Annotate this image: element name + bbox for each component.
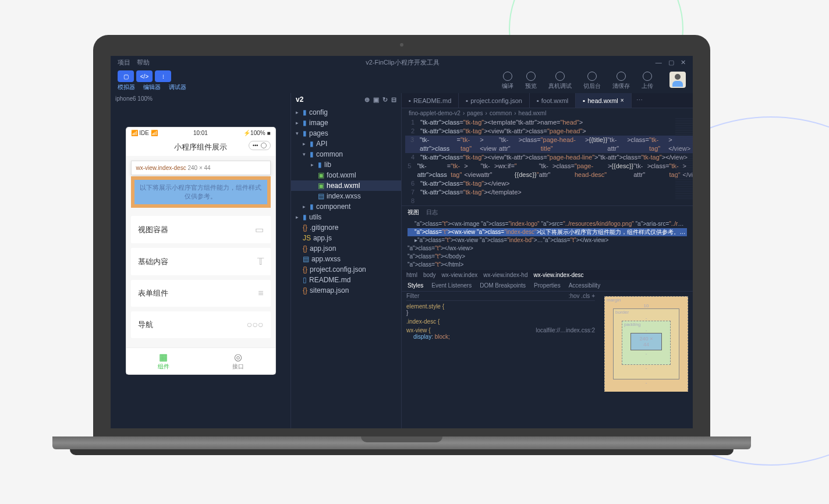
minimap[interactable] [675,118,693,200]
list-item[interactable]: 基础内容𝕋 [131,248,271,275]
panel-tab[interactable]: Event Listeners [431,282,472,289]
list-item[interactable]: 导航○○○ [131,311,271,338]
phone-tab-interface[interactable]: ◎接口 [201,348,275,374]
file-explorer: v2 ⊕ ▣ ↻ ⊟ ▸▮config▸▮image▾▮pages▸▮API▾▮… [291,93,402,428]
upload-icon [643,72,652,81]
tree-item[interactable]: JSapp.js [291,233,401,243]
simulator-pane: iphone6 100% 📶 IDE 📶 10:01 ⚡100% ■ 小程序组件… [111,93,291,428]
action-remote-debug[interactable]: 真机调试 [548,72,572,90]
tree-item[interactable]: ▤app.wxss [291,254,401,264]
new-folder-icon[interactable]: ▣ [373,96,379,104]
dom-node[interactable]: "a">class="t"><wx-image "a">class="index… [408,220,687,228]
collapse-icon[interactable]: ⊟ [391,96,396,104]
pill-simulator-icon[interactable]: ▢ [118,70,134,82]
dom-node[interactable]: "a">class="t"><wx-view "a">class="index-… [408,228,687,236]
tree-item[interactable]: ▸▮lib [291,159,401,170]
editor-tab[interactable]: ▪foot.wxml [530,93,576,108]
pill-label-debugger: 调试器 [169,83,186,91]
action-preview[interactable]: 预览 [525,72,537,90]
compile-icon [503,72,512,81]
list-item[interactable]: 视图容器▭ [131,216,271,243]
panel-tab[interactable]: Styles [408,282,423,289]
phone-status-right: ⚡100% ■ [243,130,270,136]
action-background[interactable]: 切后台 [583,72,601,90]
devtools-tab-log[interactable]: 日志 [426,208,438,216]
window-close-icon[interactable]: ✕ [681,59,686,66]
editor-tab[interactable]: ▪project.config.json [459,93,530,108]
tree-item[interactable]: {}project.config.json [291,264,401,275]
tree-item[interactable]: ▣head.wxml [291,180,401,191]
menu-help[interactable]: 帮助 [137,59,150,66]
panel-tab[interactable]: Accessibility [569,282,600,289]
interface-icon: ◎ [201,352,275,363]
tree-item[interactable]: {}sitemap.json [291,285,401,296]
panel-tab[interactable]: Properties [534,282,561,289]
toolbar: ▢ </> ⫶ 模拟器 编辑器 调试器 编译 预览 真机调试 切后台 清缓存 [111,69,693,93]
pill-label-simulator: 模拟器 [118,83,135,91]
preview-icon [526,72,536,81]
code-editor[interactable]: 1"tk-attr">class="tk-tag"><template "tk-… [402,118,693,205]
phone-tab-components[interactable]: ▦组件 [126,348,201,374]
action-clear-cache[interactable]: 清缓存 [612,72,630,90]
titlebar: 项目 帮助 v2-FinClip小程序开发工具 — ▢ ✕ [111,56,693,69]
refresh-icon[interactable]: ↻ [382,96,388,104]
pill-editor-icon[interactable]: </> [136,70,153,82]
crumb-item[interactable]: wx-view.index-hd [483,272,527,278]
dom-tree[interactable]: "a">class="t"><wx-image "a">class="index… [402,219,693,270]
capsule-close-icon[interactable] [261,143,267,148]
styles-filter-controls[interactable]: :hov .cls + [569,293,595,299]
inspect-tooltip: wx-view.index-desc 240 × 44 [131,161,271,175]
new-file-icon[interactable]: ⊕ [364,96,370,104]
tabs-more-icon[interactable]: ⋯ [632,93,647,108]
action-compile[interactable]: 编译 [502,72,513,90]
window-max-icon[interactable]: ▢ [668,59,674,66]
tree-item[interactable]: ▸▮component [291,201,401,212]
dom-node[interactable]: "a">class="t"></body> [408,253,687,261]
window-min-icon[interactable]: — [656,59,662,66]
close-tab-icon[interactable]: × [621,97,624,104]
action-upload[interactable]: 上传 [642,72,653,90]
styles-panel[interactable]: Filter :hov .cls + element.style {}.inde… [402,292,600,392]
editor-tabs: ▪README.md▪project.config.json▪foot.wxml… [402,93,693,108]
tree-item[interactable]: {}.gitignore [291,222,401,233]
editor-breadcrumb: fino-applet-demo-v2›pages›common›head.wx… [402,108,693,118]
phone-page-title: 小程序组件展示 [174,143,227,151]
box-model: margin10 border- padding- 240 × 44 - - [600,292,693,392]
dom-node[interactable]: "a">class="t"></wx-view> [408,244,687,253]
crumb-item[interactable]: wx-view.index-desc [533,272,583,278]
remote-debug-icon [555,72,565,81]
crumb-item[interactable]: wx-view.index [442,272,478,278]
editor-tab[interactable]: ▪README.md [402,93,459,108]
tree-item[interactable]: ▣foot.wxml [291,170,401,180]
styles-filter-input[interactable]: Filter [406,293,419,299]
tree-item[interactable]: ▾▮pages [291,128,401,139]
editor-tab[interactable]: ▪head.wxml× [576,93,631,108]
dom-breadcrumb[interactable]: htmlbodywx-view.indexwx-view.index-hdwx-… [402,270,693,280]
devtools-panel: 视图 日志 "a">class="t"><wx-image "a">class=… [402,205,693,392]
clear-cache-icon [617,72,626,81]
tree-item[interactable]: ▸▮API [291,139,401,149]
tree-item[interactable]: {}app.json [291,243,401,254]
phone-preview: 📶 IDE 📶 10:01 ⚡100% ■ 小程序组件展示 ••• wx-vie… [126,127,275,374]
pill-debugger-icon[interactable]: ⫶ [155,70,171,82]
crumb-item[interactable]: html [406,272,417,278]
tree-item[interactable]: ▾▮common [291,149,401,159]
crumb-item[interactable]: body [423,272,436,278]
dom-node[interactable]: ▸"a">class="t"><wx-view "a">class="index… [408,236,687,244]
phone-capsule-menu[interactable]: ••• [249,141,270,150]
tree-item[interactable]: ▸▮utils [291,212,401,222]
explorer-root[interactable]: v2 [296,95,303,104]
tree-item[interactable]: ▸▮image [291,118,401,128]
panel-tab[interactable]: DOM Breakpoints [480,282,526,289]
tree-item[interactable]: ▤index.wxss [291,191,401,201]
list-item[interactable]: 表单组件≡ [131,280,271,307]
avatar[interactable] [669,72,686,88]
devtools-tab-view[interactable]: 视图 [408,208,419,216]
window-title: v2-FinClip小程序开发工具 [366,58,440,67]
dom-node[interactable]: "a">class="t"></html> [408,261,687,269]
tree-item[interactable]: ▸▮config [291,107,401,118]
menu-project[interactable]: 项目 [118,59,130,66]
inspected-element-highlight[interactable]: 以下将展示小程序官方组件能力，组件样式仅供参考。 [131,176,271,208]
tree-item[interactable]: ▯README.md [291,275,401,285]
background-icon [587,72,597,81]
